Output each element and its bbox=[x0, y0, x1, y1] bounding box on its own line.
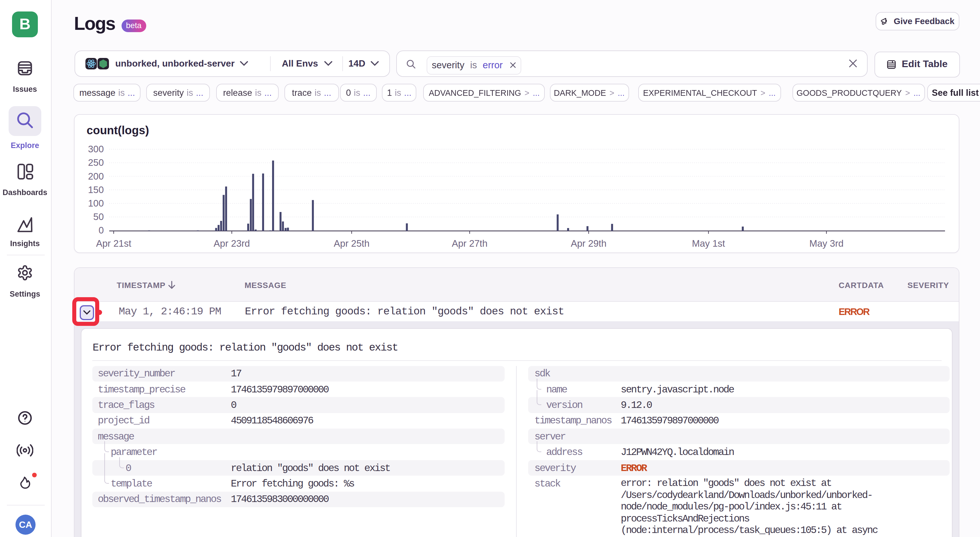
svg-text:100: 100 bbox=[88, 198, 103, 209]
svg-text:50: 50 bbox=[93, 212, 103, 222]
svg-text:May 3rd: May 3rd bbox=[809, 238, 843, 249]
svg-text:300: 300 bbox=[88, 144, 103, 155]
svg-text:150: 150 bbox=[88, 185, 103, 195]
svg-text:May 1st: May 1st bbox=[692, 238, 725, 249]
svg-text:Apr 29th: Apr 29th bbox=[571, 238, 606, 249]
svg-text:250: 250 bbox=[88, 157, 103, 168]
svg-text:Apr 25th: Apr 25th bbox=[334, 238, 369, 249]
svg-text:Apr 21st: Apr 21st bbox=[96, 238, 131, 249]
svg-text:0: 0 bbox=[99, 225, 103, 236]
svg-text:200: 200 bbox=[88, 171, 103, 182]
svg-text:Apr 23rd: Apr 23rd bbox=[213, 238, 250, 249]
svg-text:Apr 27th: Apr 27th bbox=[452, 238, 487, 249]
